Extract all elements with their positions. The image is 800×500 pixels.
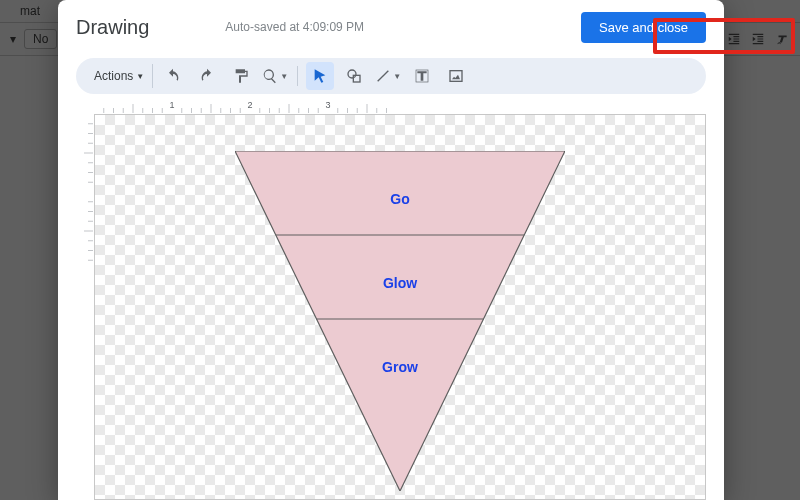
save-and-close-button[interactable]: Save and close [581,12,706,43]
svg-marker-110 [235,151,565,491]
ruler-horizontal: 12345678 [94,98,394,114]
redo-button[interactable] [193,62,221,90]
select-tool[interactable] [306,62,334,90]
caret-down-icon: ▼ [280,72,288,81]
image-tool[interactable] [442,62,470,90]
svg-rect-1 [354,75,361,82]
drawing-title: Drawing [76,16,149,39]
svg-point-0 [348,70,356,78]
svg-rect-3 [450,71,462,82]
caret-down-icon: ▼ [136,72,144,81]
shape-tool[interactable] [340,62,368,90]
drawing-modal: Drawing Auto-saved at 4:09:09 PM Save an… [58,0,724,500]
svg-text:1: 1 [169,100,174,110]
zoom-button[interactable]: ▼ [261,62,289,90]
undo-button[interactable] [159,62,187,90]
caret-down-icon: ▼ [393,72,401,81]
text-box-tool[interactable] [408,62,436,90]
actions-menu[interactable]: Actions ▼ [86,64,153,88]
ruler-vertical [76,114,94,264]
actions-label: Actions [94,69,133,83]
svg-text:3: 3 [325,100,330,110]
svg-text:2: 2 [247,100,252,110]
autosave-status: Auto-saved at 4:09:09 PM [225,20,364,34]
toolbar-separator [297,66,298,86]
drawing-modal-header: Drawing Auto-saved at 4:09:09 PM Save an… [58,0,724,54]
drawing-canvas[interactable]: Go Glow Grow [94,114,706,500]
drawing-toolbar: Actions ▼ ▼ ▼ [76,58,706,94]
funnel-shape[interactable] [235,151,565,491]
paint-format-button[interactable] [227,62,255,90]
line-tool[interactable]: ▼ [374,62,402,90]
drawing-canvas-area: 12345678 Go Glow Grow [76,98,706,500]
